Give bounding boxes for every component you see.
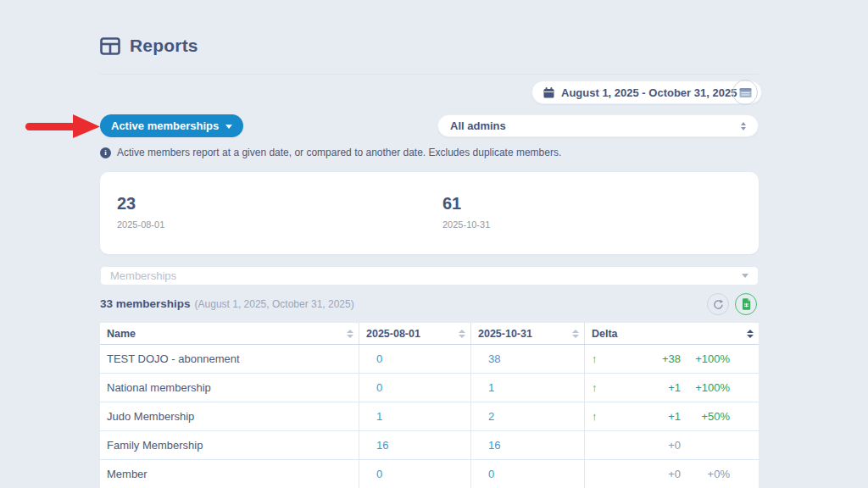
arrow-up-icon: ↑ [592, 352, 609, 365]
delta-value: +1 [609, 410, 681, 423]
delta-percent: +0% [681, 468, 730, 480]
delta-value: +1 [609, 381, 681, 394]
info-text: Active members report at a given date, o… [117, 147, 561, 158]
delta-percent: +50% [681, 410, 730, 423]
delta-cell: ↑ +38 +100% [585, 345, 759, 373]
refresh-icon [713, 299, 724, 310]
export-excel-button[interactable] [735, 293, 757, 315]
page-title: Reports [130, 36, 198, 56]
table-row: TEST DOJO - abonnement 0 38 ↑ +38 +100% [100, 345, 759, 374]
refresh-button[interactable] [707, 293, 729, 315]
start-count-cell[interactable]: 0 [359, 460, 471, 488]
end-count-cell[interactable]: 0 [471, 460, 585, 488]
report-type-dropdown[interactable]: Active memberships [100, 114, 243, 137]
membership-card-icon [739, 87, 752, 98]
column-header-end-date[interactable]: 2025-10-31 [471, 323, 585, 344]
membership-name-cell: National membership [100, 374, 359, 402]
memberships-table: Name 2025-08-01 2025-10-31 Delta TEST DO… [100, 323, 759, 488]
column-header-name[interactable]: Name [100, 323, 359, 344]
arrow-up-icon: ↑ [592, 410, 609, 423]
excel-export-icon [742, 298, 751, 310]
delta-value: +38 [609, 352, 681, 365]
end-count-cell[interactable]: 1 [471, 374, 585, 402]
delta-value: +0 [609, 439, 681, 452]
delta-cell: ↑ +1 +50% [585, 402, 759, 430]
memberships-filter-select[interactable]: Memberships [100, 266, 759, 286]
start-count-cell[interactable]: 16 [359, 431, 471, 459]
end-count-cell[interactable]: 16 [471, 431, 585, 459]
table-row: Judo Membership 1 2 ↑ +1 +50% [100, 402, 759, 431]
column-header-delta[interactable]: Delta [585, 323, 759, 344]
sort-icon[interactable] [459, 330, 465, 338]
table-header-row: Name 2025-08-01 2025-10-31 Delta [100, 323, 759, 345]
header-divider [100, 74, 759, 75]
chevron-down-icon [225, 125, 232, 129]
delta-percent: +100% [681, 352, 730, 365]
stat-end-value: 61 [442, 194, 490, 214]
membership-name-cell: Family Membership [100, 431, 359, 459]
stat-start-label: 2025-08-01 [117, 219, 164, 230]
start-count-cell[interactable]: 0 [359, 345, 471, 373]
memberships-range: (August 1, 2025, October 31, 2025) [195, 298, 354, 310]
memberships-filter-placeholder: Memberships [110, 269, 176, 282]
page-header: Reports [100, 36, 198, 56]
date-range-button[interactable]: August 1, 2025 - October 31, 2025 [531, 80, 762, 104]
stat-card: 23 2025-08-01 61 2025-10-31 [100, 172, 759, 254]
stat-start-value: 23 [117, 194, 164, 214]
sort-icon-active[interactable] [747, 330, 754, 338]
table-body: TEST DOJO - abonnement 0 38 ↑ +38 +100% … [100, 345, 759, 488]
membership-card-button[interactable] [732, 80, 758, 105]
report-type-label: Active memberships [111, 119, 219, 132]
start-count-cell[interactable]: 0 [359, 374, 471, 402]
membership-name-cell: Judo Membership [100, 402, 359, 430]
end-count-cell[interactable]: 38 [471, 345, 585, 373]
table-row: Family Membership 16 16 +0 [100, 431, 759, 460]
membership-name-cell: TEST DOJO - abonnement [100, 345, 359, 373]
table-grid-icon [100, 37, 120, 55]
table-row: National membership 0 1 ↑ +1 +100% [100, 374, 759, 402]
sort-icon[interactable] [572, 330, 579, 338]
chevron-down-icon [742, 274, 748, 278]
delta-cell: +0 +0% [585, 460, 759, 488]
membership-name-cell: Member [100, 460, 359, 488]
stat-start: 23 2025-08-01 [117, 194, 164, 230]
calendar-icon [543, 87, 554, 98]
memberships-count: 33 memberships [100, 297, 191, 310]
delta-percent: +100% [681, 381, 730, 394]
arrow-up-icon: ↑ [592, 381, 609, 394]
delta-cell: ↑ +1 +100% [585, 374, 759, 402]
info-row: i Active members report at a given date,… [100, 147, 561, 158]
info-icon: i [100, 147, 111, 158]
column-header-start-date[interactable]: 2025-08-01 [359, 323, 471, 344]
admin-filter-select[interactable]: All admins [437, 114, 759, 137]
summary-row: 33 memberships (August 1, 2025, October … [100, 297, 354, 310]
sort-icon[interactable] [347, 330, 353, 338]
delta-value: +0 [609, 468, 681, 480]
start-count-cell[interactable]: 1 [359, 402, 471, 430]
red-arrow-annotation [24, 112, 102, 144]
end-count-cell[interactable]: 2 [471, 402, 585, 430]
date-range-label: August 1, 2025 - October 31, 2025 [561, 86, 737, 99]
stat-end: 61 2025-10-31 [442, 194, 490, 230]
admin-filter-value: All admins [450, 119, 506, 132]
delta-cell: +0 [585, 431, 759, 459]
table-row: Member 0 0 +0 +0% [100, 460, 759, 488]
updown-caret-icon [741, 122, 746, 130]
stat-end-label: 2025-10-31 [442, 219, 490, 230]
